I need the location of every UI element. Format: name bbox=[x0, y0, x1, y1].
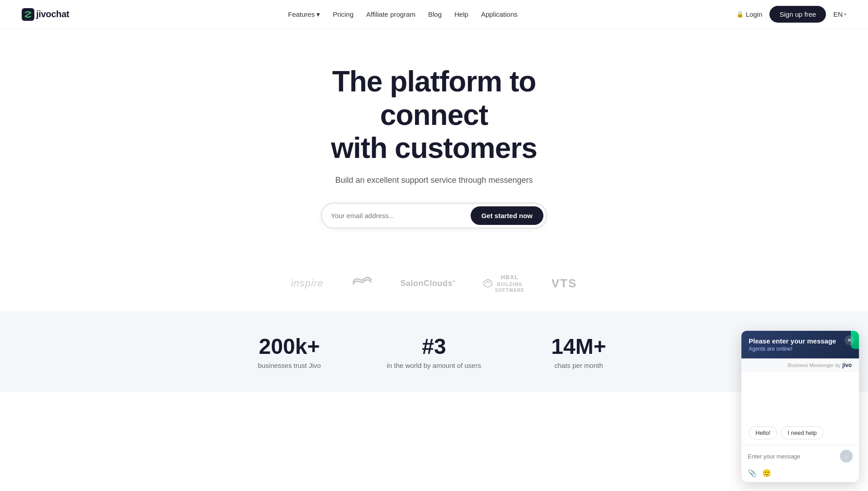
stat-chats: 14M+ chats per month bbox=[506, 334, 651, 369]
logos-section: inspire SalonClouds+ HBXL BUILDING SOFTW… bbox=[0, 256, 868, 311]
nav-pricing[interactable]: Pricing bbox=[333, 10, 354, 18]
lang-chevron-icon: ▾ bbox=[844, 12, 846, 17]
logo-link[interactable]: jivochat bbox=[22, 8, 69, 21]
hero-title: The platform to connect with customers bbox=[276, 65, 592, 165]
navbar: jivochat Features ▾ Pricing Affiliate pr… bbox=[0, 0, 868, 29]
get-started-button[interactable]: Get started now bbox=[471, 206, 543, 225]
signup-button[interactable]: Sign up free bbox=[769, 6, 826, 23]
logo-inspire: inspire bbox=[291, 277, 324, 289]
nav-blog[interactable]: Blog bbox=[428, 10, 442, 18]
stat-rank-label: in the world by amount of users bbox=[387, 362, 481, 369]
chat-body bbox=[741, 372, 859, 392]
hero-section: The platform to connect with customers B… bbox=[0, 29, 868, 256]
stat-businesses-label: businesses trust Jivo bbox=[258, 362, 321, 369]
logo-salonclouds: SalonClouds+ bbox=[401, 278, 456, 288]
chat-header-sub: Agents are online! bbox=[749, 346, 852, 352]
email-form: Get started now bbox=[321, 203, 547, 229]
chat-header: ✕ Please enter your message Agents are o… bbox=[741, 331, 859, 358]
stat-rank-number: #3 bbox=[422, 334, 446, 359]
nav-affiliate[interactable]: Affiliate program bbox=[366, 10, 415, 18]
chat-widget: ✕ Please enter your message Agents are o… bbox=[741, 331, 859, 392]
nav-features-dropdown[interactable]: Features ▾ bbox=[288, 10, 320, 19]
logo-vts: VTS bbox=[552, 276, 577, 291]
logo-hbxl: HBXL BUILDING SOFTWARE bbox=[483, 274, 524, 293]
stat-businesses-number: 200k+ bbox=[259, 334, 320, 359]
hero-subtitle: Build an excellent support service throu… bbox=[335, 174, 533, 186]
chat-header-title: Please enter your message bbox=[749, 337, 852, 345]
features-chevron-icon: ▾ bbox=[316, 10, 320, 19]
chat-branding-text: Business Messenger by bbox=[788, 362, 841, 368]
stat-chats-label: chats per month bbox=[554, 362, 603, 369]
stats-section: 200k+ businesses trust Jivo #3 in the wo… bbox=[0, 311, 868, 392]
features-label: Features bbox=[288, 10, 315, 18]
chat-close-button[interactable]: ✕ bbox=[844, 335, 854, 345]
language-selector[interactable]: EN ▾ bbox=[833, 10, 846, 18]
nav-links: Features ▾ Pricing Affiliate program Blo… bbox=[288, 10, 518, 19]
logo-text: jivochat bbox=[36, 9, 69, 19]
stat-businesses: 200k+ businesses trust Jivo bbox=[217, 334, 362, 369]
email-input[interactable] bbox=[331, 212, 471, 219]
svg-marker-1 bbox=[484, 279, 492, 287]
stat-chats-number: 14M+ bbox=[551, 334, 606, 359]
nav-applications[interactable]: Applications bbox=[481, 10, 518, 18]
chat-branding: Business Messenger by jivo bbox=[741, 358, 859, 372]
chat-branding-logo: jivo bbox=[842, 362, 852, 368]
logo-icon-brand bbox=[351, 275, 373, 292]
login-link[interactable]: 🔒 Login bbox=[736, 10, 763, 18]
stat-rank: #3 in the world by amount of users bbox=[362, 334, 506, 369]
lock-icon: 🔒 bbox=[736, 11, 744, 18]
nav-help[interactable]: Help bbox=[454, 10, 468, 18]
nav-right: 🔒 Login Sign up free EN ▾ bbox=[736, 6, 846, 23]
